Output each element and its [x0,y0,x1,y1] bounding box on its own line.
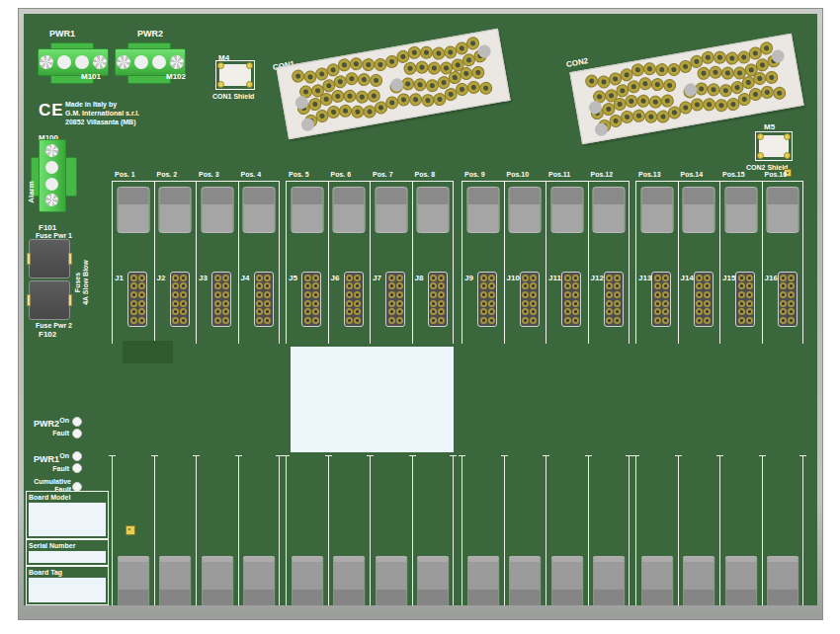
pin [354,291,361,298]
pwr2-label: PWR2 [137,29,163,39]
pin [704,275,711,281]
pin [654,308,661,315]
dsub-pin [643,62,656,75]
pin [438,275,445,281]
pin [522,275,529,281]
jumper-label: J5 [289,274,297,282]
pin [488,282,495,289]
pin [662,308,669,315]
pin [614,317,621,324]
position-label: Pos. 9 [464,171,485,178]
dsub-pin [404,62,417,75]
position-terminal-pad [466,187,499,233]
jumper-connector [170,272,190,327]
pin [530,291,537,298]
pad-corner-icon [757,133,764,140]
con2-shield-pad [755,131,793,161]
bottom-clamp-cell [504,455,546,605]
dsub-pin [721,67,734,80]
pin [354,308,361,315]
bottom-terminal-pad [291,556,323,605]
position-group: Pos. 9J9Pos.10J10Pos.11J11Pos.12J12 [462,181,630,344]
position-cell: Pos.15J15 [719,182,762,344]
dsub-pin [438,77,451,90]
pin [480,317,487,324]
pin [438,300,445,307]
cumulative-label-line1: Cumulative [32,478,71,486]
pin [522,308,529,315]
pin [304,300,311,307]
fuse-rating-line: Fuses [74,258,82,307]
pin [172,282,179,289]
pin [396,291,403,298]
pin [480,300,487,307]
screw-terminal-icon [93,55,107,69]
pwr2-on-led [72,417,82,427]
pin [354,317,361,324]
jumper-connector [778,272,798,327]
pin [564,317,571,324]
dsub-pin [432,46,445,59]
bottom-terminal-pad [640,556,673,605]
pcb-surface: PWR1 M101 PWR2 M102 CE [24,14,817,605]
dsub-pin [617,85,630,98]
dsub-pin [479,82,492,95]
dsub-pin [765,71,778,84]
ce-mark: CE [39,101,64,120]
con1-connector [276,29,510,139]
jumper-label: J16 [765,274,778,282]
dsub-pin [715,100,728,113]
dsub-pin [315,68,328,81]
pin [222,308,229,315]
pin [704,282,711,289]
pin [180,317,187,324]
jumper-connector [301,272,321,327]
con2-label: CON2 [565,56,588,69]
dsub-pin [460,67,472,80]
pwr2-on-label: On [34,417,69,425]
dsub-pin [760,41,773,54]
pin [354,300,361,307]
fuse-clip [27,253,31,265]
pin [746,317,753,324]
jumper-connector [735,272,755,327]
position-cell: Pos.10J10 [504,182,546,344]
pin [654,317,661,324]
position-cell: Pos. 9J9 [462,182,504,344]
dsub-pin [610,115,623,127]
pin [696,317,703,324]
pin [530,300,537,307]
pwr1-on-led [72,451,82,461]
pin [788,282,795,289]
dsub-pin [663,79,676,92]
dsub-pin [585,75,598,88]
pwr1-fault-label: Fault [34,465,69,473]
f101-refdes: F101 [39,223,56,232]
pwr1-label: PWR1 [49,29,75,39]
dsub-pin [690,55,703,68]
pin [614,308,621,315]
pin [606,291,613,298]
serial-number-field [29,551,106,563]
position-label: Pos. 7 [373,171,393,178]
bottom-terminal-pad [766,556,798,605]
position-cell: Pos. 2J2 [154,182,197,344]
dsub-pin [346,73,359,86]
pin [354,275,361,281]
pin [662,317,669,324]
pwr2-refdes: M102 [166,72,186,81]
dsub-pin [309,98,322,111]
pad-corner-icon [784,133,791,140]
dsub-pin [370,74,382,87]
pin [214,317,221,324]
pin [172,308,179,315]
dsub-pin [409,94,422,107]
pin [256,282,263,289]
pin [180,275,187,281]
position-group: Pos.13J13Pos.14J14Pos.15J15Pos.16J16 [635,181,803,344]
jumper-label: J10 [507,274,520,282]
dsub-pin [668,107,681,119]
dsub-pin [396,50,409,63]
pin [264,275,271,281]
position-terminal-pad [592,187,625,233]
